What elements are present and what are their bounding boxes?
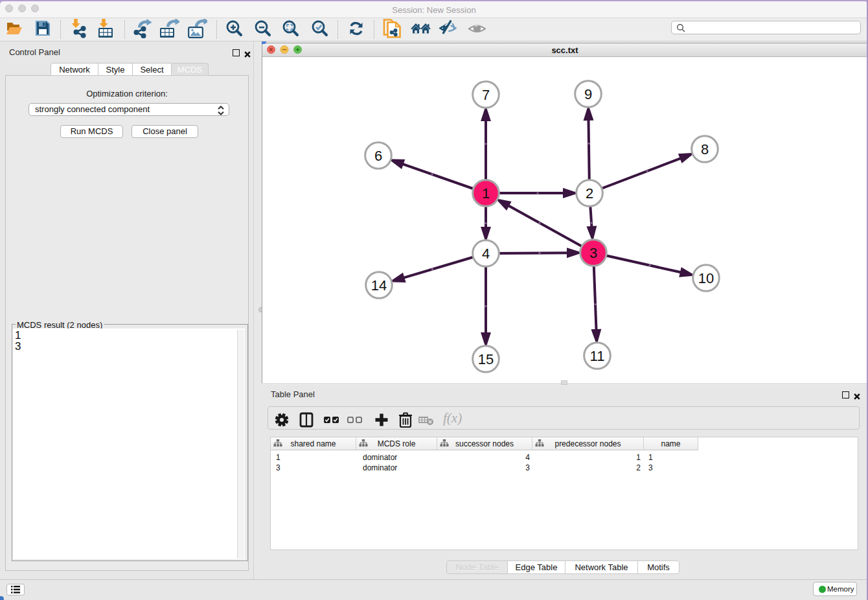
svg-text:14: 14 xyxy=(371,277,387,294)
svg-text:1: 1 xyxy=(482,185,490,202)
svg-text:6: 6 xyxy=(374,148,382,164)
svg-text:4: 4 xyxy=(482,246,490,262)
svg-text:7: 7 xyxy=(482,87,490,103)
svg-text:3: 3 xyxy=(589,245,597,261)
svg-text:15: 15 xyxy=(478,351,494,367)
svg-text:8: 8 xyxy=(701,141,709,157)
svg-text:10: 10 xyxy=(698,270,714,286)
svg-text:2: 2 xyxy=(586,185,593,202)
svg-text:9: 9 xyxy=(584,86,592,102)
svg-text:11: 11 xyxy=(590,348,605,364)
